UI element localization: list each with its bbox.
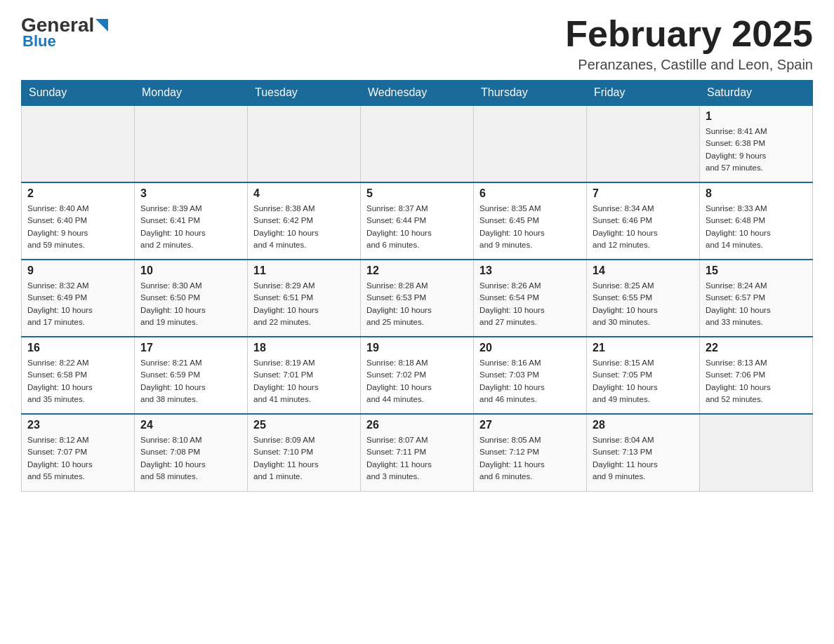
- title-block: February 2025 Peranzanes, Castille and L…: [565, 14, 813, 73]
- table-row: 6Sunrise: 8:35 AMSunset: 6:45 PMDaylight…: [474, 182, 587, 260]
- day-number: 16: [27, 342, 128, 354]
- table-row: 4Sunrise: 8:38 AMSunset: 6:42 PMDaylight…: [248, 182, 361, 260]
- day-number: 19: [366, 342, 468, 354]
- table-row: 12Sunrise: 8:28 AMSunset: 6:53 PMDayligh…: [361, 260, 474, 337]
- day-number: 4: [253, 187, 355, 200]
- day-info: Sunrise: 8:10 AMSunset: 7:08 PMDaylight:…: [140, 434, 241, 483]
- day-info: Sunrise: 8:38 AMSunset: 6:42 PMDaylight:…: [253, 203, 355, 251]
- day-number: 28: [593, 419, 694, 431]
- day-number: 1: [706, 110, 807, 123]
- page-header: General Blue February 2025 Peranzanes, C…: [21, 14, 813, 73]
- calendar-header-row: Sunday Monday Tuesday Wednesday Thursday…: [22, 81, 813, 106]
- col-sunday: Sunday: [22, 81, 135, 106]
- table-row: 1Sunrise: 8:41 AMSunset: 6:38 PMDaylight…: [700, 105, 813, 182]
- day-info: Sunrise: 8:32 AMSunset: 6:49 PMDaylight:…: [27, 280, 128, 328]
- day-info: Sunrise: 8:29 AMSunset: 6:51 PMDaylight:…: [253, 280, 355, 328]
- day-number: 20: [479, 342, 581, 354]
- table-row: 24Sunrise: 8:10 AMSunset: 7:08 PMDayligh…: [135, 414, 248, 491]
- day-number: 13: [479, 264, 581, 277]
- day-info: Sunrise: 8:05 AMSunset: 7:12 PMDaylight:…: [479, 434, 581, 483]
- table-row: 8Sunrise: 8:33 AMSunset: 6:48 PMDaylight…: [700, 182, 813, 260]
- day-info: Sunrise: 8:07 AMSunset: 7:11 PMDaylight:…: [366, 434, 468, 483]
- day-number: 5: [366, 187, 468, 200]
- calendar-week-row: 23Sunrise: 8:12 AMSunset: 7:07 PMDayligh…: [22, 414, 813, 491]
- col-friday: Friday: [587, 81, 700, 106]
- day-info: Sunrise: 8:22 AMSunset: 6:58 PMDaylight:…: [27, 357, 128, 405]
- table-row: 9Sunrise: 8:32 AMSunset: 6:49 PMDaylight…: [22, 260, 135, 337]
- table-row: 20Sunrise: 8:16 AMSunset: 7:03 PMDayligh…: [474, 337, 587, 414]
- day-info: Sunrise: 8:37 AMSunset: 6:44 PMDaylight:…: [366, 203, 468, 251]
- table-row: 27Sunrise: 8:05 AMSunset: 7:12 PMDayligh…: [474, 414, 587, 491]
- day-number: 21: [593, 342, 694, 354]
- day-info: Sunrise: 8:15 AMSunset: 7:05 PMDaylight:…: [593, 357, 694, 405]
- day-number: 23: [27, 419, 128, 431]
- table-row: 10Sunrise: 8:30 AMSunset: 6:50 PMDayligh…: [135, 260, 248, 337]
- table-row: [248, 105, 361, 182]
- day-info: Sunrise: 8:41 AMSunset: 6:38 PMDaylight:…: [706, 126, 807, 174]
- table-row: 28Sunrise: 8:04 AMSunset: 7:13 PMDayligh…: [587, 414, 700, 491]
- table-row: 18Sunrise: 8:19 AMSunset: 7:01 PMDayligh…: [248, 337, 361, 414]
- day-info: Sunrise: 8:13 AMSunset: 7:06 PMDaylight:…: [706, 357, 807, 405]
- location-title: Peranzanes, Castille and Leon, Spain: [565, 57, 813, 73]
- table-row: [22, 105, 135, 182]
- day-number: 15: [706, 264, 807, 277]
- table-row: 7Sunrise: 8:34 AMSunset: 6:46 PMDaylight…: [587, 182, 700, 260]
- day-number: 9: [27, 264, 128, 277]
- table-row: 3Sunrise: 8:39 AMSunset: 6:41 PMDaylight…: [135, 182, 248, 260]
- day-info: Sunrise: 8:24 AMSunset: 6:57 PMDaylight:…: [706, 280, 807, 328]
- day-number: 17: [140, 342, 241, 354]
- day-number: 3: [140, 187, 241, 200]
- svg-marker-0: [95, 19, 108, 32]
- table-row: 17Sunrise: 8:21 AMSunset: 6:59 PMDayligh…: [135, 337, 248, 414]
- table-row: 23Sunrise: 8:12 AMSunset: 7:07 PMDayligh…: [22, 414, 135, 491]
- calendar-week-row: 2Sunrise: 8:40 AMSunset: 6:40 PMDaylight…: [22, 182, 813, 260]
- day-info: Sunrise: 8:30 AMSunset: 6:50 PMDaylight:…: [140, 280, 241, 328]
- day-info: Sunrise: 8:19 AMSunset: 7:01 PMDaylight:…: [253, 357, 355, 405]
- table-row: 15Sunrise: 8:24 AMSunset: 6:57 PMDayligh…: [700, 260, 813, 337]
- table-row: [700, 414, 813, 491]
- day-info: Sunrise: 8:09 AMSunset: 7:10 PMDaylight:…: [253, 434, 355, 483]
- month-title: February 2025: [565, 14, 813, 54]
- table-row: 26Sunrise: 8:07 AMSunset: 7:11 PMDayligh…: [361, 414, 474, 491]
- table-row: [474, 105, 587, 182]
- day-info: Sunrise: 8:21 AMSunset: 6:59 PMDaylight:…: [140, 357, 241, 405]
- table-row: 11Sunrise: 8:29 AMSunset: 6:51 PMDayligh…: [248, 260, 361, 337]
- day-info: Sunrise: 8:40 AMSunset: 6:40 PMDaylight:…: [27, 203, 128, 251]
- table-row: 14Sunrise: 8:25 AMSunset: 6:55 PMDayligh…: [587, 260, 700, 337]
- day-info: Sunrise: 8:34 AMSunset: 6:46 PMDaylight:…: [593, 203, 694, 251]
- table-row: 16Sunrise: 8:22 AMSunset: 6:58 PMDayligh…: [22, 337, 135, 414]
- logo-blue-text: Blue: [21, 32, 56, 51]
- day-number: 10: [140, 264, 241, 277]
- table-row: 19Sunrise: 8:18 AMSunset: 7:02 PMDayligh…: [361, 337, 474, 414]
- table-row: 13Sunrise: 8:26 AMSunset: 6:54 PMDayligh…: [474, 260, 587, 337]
- table-row: 5Sunrise: 8:37 AMSunset: 6:44 PMDaylight…: [361, 182, 474, 260]
- table-row: 25Sunrise: 8:09 AMSunset: 7:10 PMDayligh…: [248, 414, 361, 491]
- day-number: 7: [593, 187, 694, 200]
- col-monday: Monday: [135, 81, 248, 106]
- table-row: [361, 105, 474, 182]
- table-row: [135, 105, 248, 182]
- day-number: 2: [27, 187, 128, 200]
- col-saturday: Saturday: [700, 81, 813, 106]
- col-wednesday: Wednesday: [361, 81, 474, 106]
- table-row: [587, 105, 700, 182]
- day-number: 22: [706, 342, 807, 354]
- day-number: 6: [479, 187, 581, 200]
- calendar-table: Sunday Monday Tuesday Wednesday Thursday…: [21, 80, 813, 492]
- day-number: 12: [366, 264, 468, 277]
- day-number: 8: [706, 187, 807, 200]
- day-info: Sunrise: 8:04 AMSunset: 7:13 PMDaylight:…: [593, 434, 694, 483]
- calendar-week-row: 9Sunrise: 8:32 AMSunset: 6:49 PMDaylight…: [22, 260, 813, 337]
- calendar-week-row: 1Sunrise: 8:41 AMSunset: 6:38 PMDaylight…: [22, 105, 813, 182]
- table-row: 2Sunrise: 8:40 AMSunset: 6:40 PMDaylight…: [22, 182, 135, 260]
- day-number: 11: [253, 264, 355, 277]
- table-row: 21Sunrise: 8:15 AMSunset: 7:05 PMDayligh…: [587, 337, 700, 414]
- day-info: Sunrise: 8:16 AMSunset: 7:03 PMDaylight:…: [479, 357, 581, 405]
- table-row: 22Sunrise: 8:13 AMSunset: 7:06 PMDayligh…: [700, 337, 813, 414]
- day-number: 26: [366, 419, 468, 431]
- logo: General Blue: [21, 14, 108, 51]
- col-thursday: Thursday: [474, 81, 587, 106]
- day-number: 27: [479, 419, 581, 431]
- day-info: Sunrise: 8:33 AMSunset: 6:48 PMDaylight:…: [706, 203, 807, 251]
- day-info: Sunrise: 8:39 AMSunset: 6:41 PMDaylight:…: [140, 203, 241, 251]
